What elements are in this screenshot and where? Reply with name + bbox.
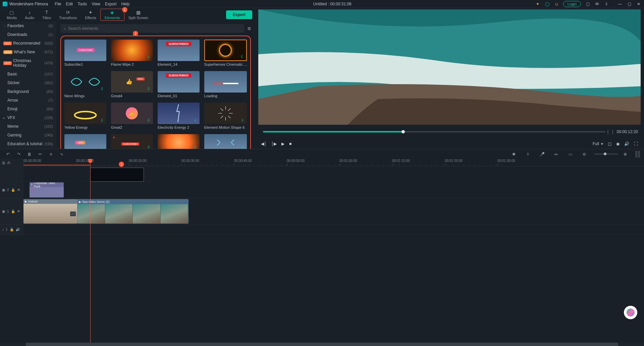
lock-icon[interactable]: 🔓: [11, 210, 15, 213]
tab-media[interactable]: ▢Media: [3, 9, 21, 20]
sidebar-downloads[interactable]: Downloads(1): [0, 30, 56, 39]
tab-elements[interactable]: ◈Elements 1: [100, 9, 124, 21]
sidebar-emoji[interactable]: Emoji(80): [0, 105, 56, 113]
render-icon[interactable]: ✱: [510, 150, 518, 158]
sidebar-sticker[interactable]: Sticker(362): [0, 78, 56, 87]
progress-track[interactable]: [263, 131, 605, 132]
sidebar-background[interactable]: Background(83): [0, 87, 56, 96]
stop-button[interactable]: ■: [289, 141, 291, 146]
element-card[interactable]: ⇩Neon Wings: [64, 71, 106, 98]
dropped-element-clip[interactable]: [90, 168, 144, 182]
element-card[interactable]: ⇩Yellow Energy: [64, 103, 106, 129]
snapshot-icon[interactable]: ◉: [616, 141, 620, 146]
download-icon[interactable]: ⇩: [604, 1, 609, 7]
track-toggle-icon[interactable]: ▣: [2, 210, 5, 213]
element-card[interactable]: ⇩Loading: [204, 71, 247, 98]
preview-video[interactable]: [258, 9, 641, 125]
display-icon[interactable]: ▢: [608, 141, 611, 146]
delete-icon[interactable]: 🗑: [25, 150, 34, 158]
element-card[interactable]: 👍995+⇩Great4: [111, 71, 153, 98]
menu-file[interactable]: File: [55, 2, 61, 6]
eye-icon[interactable]: 👁: [17, 188, 20, 192]
split-icon[interactable]: ✂: [36, 150, 44, 158]
lock-icon[interactable]: 🔓: [11, 188, 15, 192]
clip-sea-video[interactable]: ▶Sea Video Demo (2): [77, 199, 189, 224]
zoom-slider[interactable]: [594, 154, 618, 155]
sidebar-basic[interactable]: Basic(157): [0, 70, 56, 78]
sidebar-arrow[interactable]: Arrow(7): [0, 96, 56, 105]
tab-transitions[interactable]: ⟳Transitions: [55, 9, 81, 20]
zoom-out-icon[interactable]: ⊖: [580, 150, 588, 158]
redo-icon[interactable]: ↷: [15, 150, 23, 158]
sidebar-whatsnew[interactable]: NEWWhat's New(672): [0, 48, 56, 56]
element-card[interactable]: SUBSCRIBED⇩Element_14: [158, 40, 200, 66]
snap-icon[interactable]: ▭: [566, 150, 574, 158]
element-card-selected[interactable]: ⇩Superheroes Cinematic ...: [204, 40, 247, 66]
sidebar-travel[interactable]: Travel(313): [0, 148, 56, 149]
notifications-icon[interactable]: ✉: [594, 1, 600, 7]
element-card[interactable]: ⇩Electricity Energy 2: [158, 103, 200, 129]
tab-audio[interactable]: ♪Audio: [21, 9, 38, 20]
element-card[interactable]: SUBSCRIBED⇩Element_01: [158, 71, 200, 98]
export-button[interactable]: Export: [226, 10, 252, 19]
clip-animal[interactable]: ▶Animal ⋯: [23, 199, 77, 224]
playhead-head-icon[interactable]: [88, 159, 92, 163]
save-icon[interactable]: ▢: [585, 1, 590, 7]
tab-splitscreen[interactable]: ▦Split Screen: [124, 9, 152, 20]
sidebar-gaming[interactable]: Gaming(240): [0, 131, 56, 139]
eye-icon[interactable]: 👁: [17, 210, 20, 213]
menu-view[interactable]: View: [92, 2, 100, 6]
cart-icon[interactable]: ⊔: [554, 1, 559, 7]
next-frame-button[interactable]: │▶: [271, 141, 277, 146]
sidebar-vfx[interactable]: ▸VFX(228): [0, 113, 56, 122]
tab-titles[interactable]: TTitles: [38, 9, 55, 20]
speaker-icon[interactable]: 🔊: [16, 228, 20, 231]
prev-frame-button[interactable]: ◀│: [261, 141, 267, 146]
marker-icon[interactable]: ◊: [524, 150, 532, 158]
element-card[interactable]: ♦SUBSCRIBE⇩: [111, 134, 153, 149]
element-card[interactable]: LIKE⇩: [64, 134, 106, 149]
playhead[interactable]: [90, 159, 91, 343]
element-card[interactable]: ⇩: [204, 134, 247, 149]
volume-icon[interactable]: 🔊: [624, 141, 629, 146]
tab-effects[interactable]: ✦Effects: [81, 9, 100, 20]
lock-icon[interactable]: 🔓: [10, 228, 14, 231]
undo-icon[interactable]: ↶: [4, 150, 12, 158]
scrollbar-thumb[interactable]: [26, 343, 618, 346]
sidebar-favorites[interactable]: ♡Favorites(0): [0, 21, 56, 30]
progress-thumb[interactable]: [401, 130, 405, 133]
element-card[interactable]: ⇩: [158, 134, 200, 149]
quality-select[interactable]: Full▾: [593, 141, 603, 146]
category-sidebar[interactable]: ♡Favorites(0) Downloads(1) HOTRecommende…: [0, 21, 56, 149]
voiceover-icon[interactable]: 🎤: [538, 150, 546, 158]
clip-corporate-titles[interactable]: TCorporate Titles Pack ♦: [30, 182, 64, 197]
zoom-in-icon[interactable]: ⊕: [621, 150, 629, 158]
menu-export[interactable]: Export: [105, 2, 117, 6]
tracks-icon[interactable]: ▥: [2, 161, 5, 165]
minimize-icon[interactable]: —: [617, 1, 623, 7]
fullscreen-icon[interactable]: ⛶: [634, 141, 638, 146]
search-box[interactable]: ⌕: [60, 24, 244, 33]
lightbulb-icon[interactable]: ✦: [535, 1, 540, 7]
timeline-scrollbar[interactable]: [0, 343, 644, 346]
search-input[interactable]: [68, 26, 241, 31]
maximize-icon[interactable]: ▢: [627, 1, 632, 7]
timeline-ruler[interactable]: 00:00:00:0000:00:10:0000:00:20:0000:00:3…: [23, 159, 644, 166]
login-button[interactable]: Login: [563, 1, 581, 7]
adjust-icon[interactable]: ≡: [47, 150, 55, 158]
element-card[interactable]: SUBSCRIBE⇩Subscribe1: [64, 40, 106, 66]
sidebar-meme[interactable]: Meme(102): [0, 122, 56, 131]
mixer-icon[interactable]: ≔: [552, 150, 560, 158]
play-button[interactable]: ▶: [281, 141, 284, 146]
menu-tools[interactable]: Tools: [77, 2, 87, 6]
element-card[interactable]: 👍⇩Great2: [111, 103, 153, 129]
grid-view-icon[interactable]: ⊞: [248, 26, 251, 31]
menu-edit[interactable]: Edit: [66, 2, 73, 6]
track-toggle-icon[interactable]: ▣: [2, 188, 5, 192]
sidebar-education[interactable]: Education & tutorial(199): [0, 139, 56, 148]
sidebar-christmas[interactable]: HOTChristmas Holiday(478): [0, 56, 56, 70]
magnet-icon[interactable]: ⁂: [7, 161, 10, 165]
marker-in[interactable]: {: [607, 129, 609, 134]
audio-meters-icon[interactable]: [635, 151, 640, 158]
sidebar-recommended[interactable]: HOTRecommended(500): [0, 39, 56, 48]
